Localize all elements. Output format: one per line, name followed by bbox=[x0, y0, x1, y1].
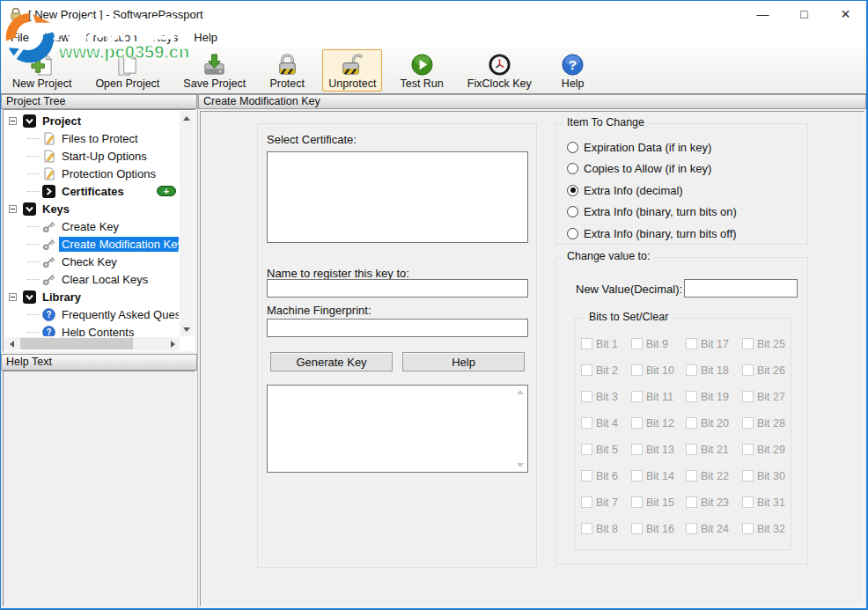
tree-item-check-key[interactable]: Check Key bbox=[4, 253, 179, 270]
tree-horizontal-scrollbar[interactable] bbox=[4, 337, 180, 350]
tree-connector bbox=[27, 156, 40, 157]
checkbox-bit-32: Bit 32 bbox=[742, 523, 795, 534]
collapse-icon[interactable] bbox=[9, 293, 17, 301]
new-value-input[interactable] bbox=[684, 279, 798, 298]
checkbox-icon bbox=[581, 417, 592, 429]
create-modification-key-view: Select Certificate: Name to register thi… bbox=[200, 111, 864, 606]
scroll-down-button[interactable] bbox=[180, 322, 194, 336]
toolbar-new-project-button[interactable]: New Project bbox=[6, 49, 77, 92]
tree-item-library[interactable]: Library bbox=[4, 288, 179, 305]
checkbox-label: Bit 11 bbox=[646, 391, 673, 403]
scroll-left-button[interactable] bbox=[4, 337, 18, 350]
checkbox-bit-3: Bit 3 bbox=[581, 391, 631, 402]
certificate-listbox[interactable] bbox=[267, 151, 528, 243]
checkbox-icon bbox=[581, 496, 592, 508]
maximize-button[interactable]: □ bbox=[783, 1, 825, 27]
checkbox-icon bbox=[631, 338, 643, 349]
textarea-scrollbar[interactable] bbox=[513, 386, 526, 471]
tree-item-keys[interactable]: Keys bbox=[4, 200, 179, 217]
generate-key-button[interactable]: Generate Key bbox=[270, 352, 393, 371]
checkbox-bit-25: Bit 25 bbox=[742, 338, 795, 349]
tree-item-create-modification-key[interactable]: Create Modification Key bbox=[4, 235, 179, 253]
toolbar-open-project-button[interactable]: Open Project bbox=[89, 49, 166, 92]
radio-button-icon bbox=[567, 163, 578, 174]
checkbox-label: Bit 31 bbox=[757, 496, 785, 509]
checkbox-bit-27: Bit 27 bbox=[742, 391, 795, 402]
checkbox-icon bbox=[742, 391, 754, 402]
tree-item-start-up-options[interactable]: Start-Up Options bbox=[4, 147, 179, 165]
tree-item-clear-local-keys[interactable]: Clear Local Keys bbox=[4, 270, 179, 288]
machine-fingerprint-input[interactable] bbox=[267, 319, 528, 337]
register-name-input[interactable] bbox=[267, 279, 528, 298]
tree-item-help-contents[interactable]: ?Help Contents bbox=[4, 323, 179, 336]
radio-button-icon bbox=[567, 185, 578, 196]
arrow-down-icon bbox=[517, 463, 524, 467]
checkbox-label: Bit 9 bbox=[646, 338, 668, 350]
pencil-page-icon bbox=[41, 149, 55, 163]
checkbox-bit-8: Bit 8 bbox=[581, 523, 631, 534]
item-to-change-group: Item To Change Expiration Data (if in ke… bbox=[555, 123, 808, 245]
key-icon bbox=[41, 219, 55, 233]
menu-protection[interactable]: Protection bbox=[77, 28, 145, 47]
tree-connector bbox=[27, 191, 40, 192]
tree-item-files-to-protect[interactable]: Files to Protect bbox=[4, 129, 179, 147]
tree-item-certificates[interactable]: Certificates+ bbox=[4, 182, 179, 200]
checkbox-icon bbox=[686, 496, 697, 508]
toolbar-help-button[interactable]: ?Help bbox=[549, 49, 597, 92]
menu-view[interactable]: View bbox=[37, 28, 77, 47]
close-button[interactable]: × bbox=[825, 1, 866, 27]
minimize-button[interactable]: — bbox=[742, 1, 783, 27]
toolbar: New ProjectOpen ProjectSave ProjectProte… bbox=[1, 48, 866, 94]
change-value-group: Change value to: New Value(Decimal): Bit… bbox=[555, 257, 808, 564]
toolbar-unprotect-button[interactable]: Unprotect bbox=[322, 49, 382, 92]
toolbar-protect-button[interactable]: Protect bbox=[263, 49, 311, 92]
tree-item-frequently-asked-quest[interactable]: ?Frequently Asked Quest bbox=[4, 305, 179, 323]
menu-keys[interactable]: Keys bbox=[144, 28, 186, 47]
app-lock-icon bbox=[9, 7, 23, 21]
checkbox-label: Bit 3 bbox=[596, 391, 618, 403]
tree-vertical-scrollbar[interactable] bbox=[180, 111, 194, 336]
question-icon: ? bbox=[41, 325, 55, 336]
radio-label: Expiration Data (if in key) bbox=[584, 141, 711, 154]
add-certificate-badge[interactable]: + bbox=[157, 186, 176, 196]
tree-rows: ProjectFiles to ProtectStart-Up OptionsP… bbox=[4, 112, 179, 336]
checkbox-icon bbox=[742, 338, 754, 349]
checkbox-bit-19: Bit 19 bbox=[686, 391, 742, 402]
tree-item-label: Clear Local Keys bbox=[59, 272, 151, 287]
radio-copies-to-allow-if-in-key[interactable]: Copies to Allow (if in key) bbox=[556, 158, 807, 180]
collapse-icon[interactable] bbox=[9, 205, 17, 213]
checkbox-bit-22: Bit 22 bbox=[686, 470, 742, 481]
radio-extra-info-binary-turn-bits-off[interactable]: Extra Info (binary, turn bits off) bbox=[556, 223, 807, 245]
play-icon bbox=[410, 52, 434, 77]
collapse-icon[interactable] bbox=[9, 117, 17, 125]
save-project-icon bbox=[202, 52, 226, 77]
toolbar-test-run-button[interactable]: Test Run bbox=[394, 49, 449, 92]
help-button[interactable]: Help bbox=[402, 352, 525, 371]
toolbar-fixclock-key-button[interactable]: FixClock Key bbox=[461, 49, 538, 92]
bits-group: Bits to Set/Clear Bit 1Bit 9Bit 17Bit 25… bbox=[574, 318, 791, 550]
menu-help[interactable]: Help bbox=[186, 28, 225, 47]
tree-item-label: Create Key bbox=[59, 219, 121, 234]
checkbox-label: Bit 24 bbox=[701, 523, 729, 535]
tree-item-label: Protection Options bbox=[59, 166, 158, 181]
toolbar-save-project-button[interactable]: Save Project bbox=[177, 49, 252, 92]
tree-item-create-key[interactable]: Create Key bbox=[4, 217, 179, 235]
key-output-textarea[interactable] bbox=[267, 385, 528, 473]
chevron-down-icon bbox=[22, 202, 36, 216]
checkbox-icon bbox=[581, 523, 592, 534]
checkbox-bit-4: Bit 4 bbox=[581, 417, 631, 429]
checkbox-icon bbox=[686, 523, 697, 534]
radio-extra-info-decimal[interactable]: Extra Info (decimal) bbox=[556, 180, 807, 202]
tree-connector bbox=[27, 244, 40, 245]
checkbox-label: Bit 15 bbox=[646, 496, 674, 509]
scroll-up-button[interactable] bbox=[180, 111, 194, 125]
scroll-right-button[interactable] bbox=[166, 337, 180, 350]
tree-item-project[interactable]: Project bbox=[4, 112, 179, 129]
lock-closed-icon bbox=[276, 52, 299, 77]
radio-expiration-data-if-in-key[interactable]: Expiration Data (if in key) bbox=[556, 136, 807, 158]
tree-item-protection-options[interactable]: Protection Options bbox=[4, 165, 179, 182]
menu-file[interactable]: File bbox=[3, 28, 37, 47]
radio-extra-info-binary-turn-bits-on[interactable]: Extra Info (binary, turn bits on) bbox=[556, 202, 807, 224]
scrollbar-thumb[interactable] bbox=[20, 338, 133, 349]
radio-button-icon bbox=[567, 206, 578, 217]
